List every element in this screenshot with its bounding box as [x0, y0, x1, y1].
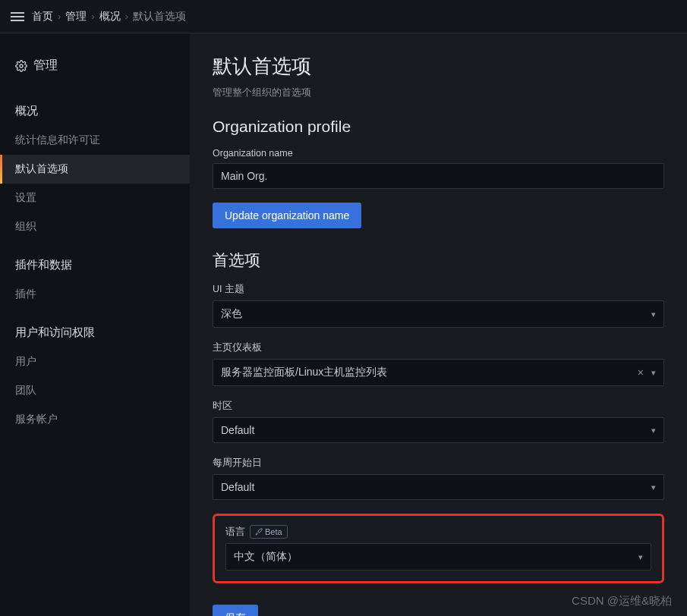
sidebar-item-plugins[interactable]: 插件 [0, 280, 190, 309]
sidebar-item-stats[interactable]: 统计信息和许可证 [0, 126, 190, 155]
chevron-right-icon: › [58, 11, 61, 22]
timezone-select[interactable]: Default ▾ [213, 417, 664, 443]
sidebar-item-orgs[interactable]: 组织 [0, 212, 190, 241]
chevron-down-icon: ▾ [651, 368, 656, 378]
org-name-input[interactable] [213, 163, 664, 189]
sidebar-header: 管理 [0, 52, 190, 87]
breadcrumb-current: 默认首选项 [133, 10, 186, 24]
page-subtitle: 管理整个组织的首选项 [213, 86, 664, 99]
home-dashboard-label: 主页仪表板 [213, 341, 664, 354]
breadcrumb: 首页 › 管理 › 概况 › 默认首选项 [32, 10, 186, 24]
prefs-heading: 首选项 [213, 250, 664, 271]
timezone-value: Default [221, 424, 254, 436]
language-label: 语言 [225, 526, 245, 539]
org-profile-heading: Organization profile [213, 118, 664, 136]
beta-badge: Beta [250, 525, 288, 539]
chevron-down-icon: ▾ [651, 426, 656, 435]
timezone-label: 时区 [213, 400, 664, 413]
week-start-value: Default [221, 481, 254, 493]
menu-toggle[interactable] [11, 12, 24, 21]
sidebar-item-settings[interactable]: 设置 [0, 184, 190, 212]
sidebar-item-default-prefs[interactable]: 默认首选项 [0, 155, 190, 184]
breadcrumb-home[interactable]: 首页 [32, 10, 53, 24]
update-org-name-button[interactable]: Update organization name [213, 203, 361, 228]
chevron-down-icon: ▾ [651, 310, 656, 319]
sidebar: 管理 概况 统计信息和许可证 默认首选项 设置 组织 插件和数据 插件 用户和访… [0, 33, 190, 616]
nav-group-plugins[interactable]: 插件和数据 [0, 252, 190, 280]
language-value: 中文（简体） [234, 550, 298, 564]
theme-value: 深色 [221, 307, 242, 321]
theme-select[interactable]: 深色 ▾ [213, 300, 664, 328]
nav-group-overview[interactable]: 概况 [0, 98, 190, 126]
week-start-select[interactable]: Default ▾ [213, 474, 664, 500]
org-name-field[interactable] [221, 170, 656, 182]
rocket-icon [255, 528, 263, 536]
sidebar-item-service-accounts[interactable]: 服务帐户 [0, 405, 190, 434]
chevron-right-icon: › [125, 11, 128, 22]
org-name-label: Organization name [213, 148, 664, 159]
chevron-down-icon: ▾ [651, 482, 656, 492]
home-dashboard-select[interactable]: 服务器监控面板/Linux主机监控列表 × ▾ [213, 359, 664, 386]
nav-group-users[interactable]: 用户和访问权限 [0, 319, 190, 347]
sidebar-item-users[interactable]: 用户 [0, 347, 190, 376]
week-start-label: 每周开始日 [213, 457, 664, 470]
watermark: CSDN @运维&晓柏 [572, 594, 672, 608]
language-select[interactable]: 中文（简体） ▾ [225, 543, 651, 570]
gear-icon [15, 60, 27, 72]
home-dashboard-value: 服务器监控面板/Linux主机监控列表 [221, 366, 387, 379]
breadcrumb-admin[interactable]: 管理 [65, 10, 87, 24]
main-content: 默认首选项 管理整个组织的首选项 Organization profile Or… [190, 33, 687, 616]
chevron-right-icon: › [91, 11, 94, 22]
svg-point-0 [20, 64, 23, 68]
chevron-down-icon: ▾ [638, 552, 643, 562]
breadcrumb-overview[interactable]: 概况 [99, 10, 121, 24]
clear-icon[interactable]: × [638, 366, 644, 379]
language-highlight: 语言 Beta 中文（简体） ▾ [213, 514, 664, 583]
sidebar-title: 管理 [33, 58, 58, 74]
sidebar-item-teams[interactable]: 团队 [0, 376, 190, 405]
page-title: 默认首选项 [213, 53, 664, 80]
theme-label: UI 主题 [213, 283, 664, 296]
save-button[interactable]: 保存 [213, 605, 258, 616]
